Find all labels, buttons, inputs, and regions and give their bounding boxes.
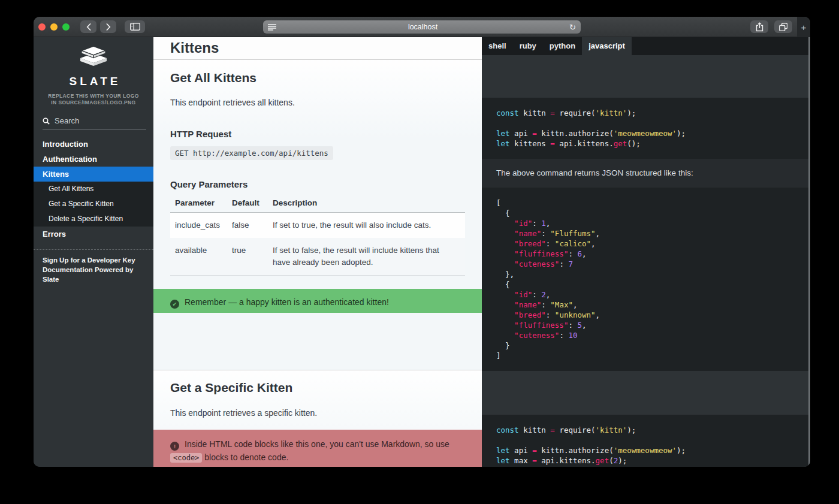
column-header-description: Description	[268, 197, 465, 213]
new-tab-button[interactable]: +	[801, 22, 807, 32]
code-line: ]	[496, 351, 794, 361]
query-parameters-heading: Query Parameters	[153, 179, 482, 189]
get-all-kittens-intro: This endpoint retrieves all kittens.	[153, 98, 482, 107]
param-name-cell: available	[170, 238, 227, 276]
docs-sidebar: SLATE REPLACE THIS WITH YOUR LOGO IN SOU…	[34, 37, 153, 467]
section-get-all-kittens: Get All Kittens This endpoint retrieves …	[153, 60, 482, 370]
sidebar-item-authentication[interactable]: Authentication	[34, 152, 153, 167]
chevron-left-icon	[86, 23, 91, 31]
code-line: {	[496, 208, 794, 218]
code-block-javascript-request: const kittn = require('kittn'); let api …	[482, 98, 808, 159]
tab-python[interactable]: python	[543, 37, 582, 55]
table-header-row: Parameter Default Description	[170, 197, 465, 213]
code-annotation: The above command returns JSON structure…	[482, 159, 808, 188]
sidebar-item-get-all-kittens[interactable]: Get All Kittens	[34, 182, 153, 197]
param-name-cell: include_cats	[170, 213, 227, 239]
column-header-parameter: Parameter	[170, 197, 227, 213]
minimize-window-button[interactable]	[50, 23, 58, 31]
reload-icon[interactable]: ↻	[569, 23, 576, 31]
code-examples-panel: shell ruby python javascript const kittn…	[482, 37, 810, 467]
signup-developer-key-link[interactable]: Sign Up for a Developer Key	[43, 255, 144, 265]
code-line: "cuteness": 7	[496, 259, 794, 269]
code-line: "fluffiness": 6,	[496, 249, 794, 259]
sidebar-nav: Introduction Authentication Kittens Get …	[34, 137, 153, 242]
table-row: include_cats false If set to true, the r…	[170, 213, 465, 239]
search-icon	[43, 117, 50, 125]
code-line	[496, 435, 794, 445]
sidebar-item-get-a-specific-kitten[interactable]: Get a Specific Kitten	[34, 197, 153, 212]
section-get-a-specific-kitten: Get a Specific Kitten This endpoint retr…	[153, 370, 482, 467]
page-body: SLATE REPLACE THIS WITH YOUR LOGO IN SOU…	[34, 37, 810, 467]
logo-caption: REPLACE THIS WITH YOUR LOGO IN SOURCE/IM…	[34, 93, 153, 106]
tab-javascript[interactable]: javascript	[582, 37, 632, 55]
share-icon	[756, 22, 763, 32]
code-line: }	[496, 340, 794, 351]
search-box[interactable]	[43, 116, 146, 130]
code-block-javascript-request-2: const kittn = require('kittn'); let api …	[482, 415, 808, 467]
sidebar-footer: Sign Up for a Developer Key Documentatio…	[34, 250, 153, 284]
code-scroll-area[interactable]: const kittn = require('kittn'); let api …	[482, 55, 808, 467]
sidebar-item-kittens[interactable]: Kittens	[34, 167, 153, 182]
slate-books-logo-icon	[77, 46, 110, 70]
tab-overview-button[interactable]	[774, 20, 792, 33]
code-line: {	[496, 279, 794, 289]
logo-block: SLATE REPLACE THIS WITH YOUR LOGO IN SOU…	[34, 37, 153, 106]
close-window-button[interactable]	[38, 23, 46, 31]
check-circle-icon: ✔	[170, 300, 179, 309]
back-button[interactable]	[80, 20, 96, 33]
param-description-cell: If set to true, the result will also inc…	[268, 213, 465, 239]
browser-window: localhost ↻	[34, 17, 810, 467]
fullscreen-window-button[interactable]	[62, 23, 70, 31]
warning-callout-inline-code: <code>	[170, 453, 202, 463]
column-header-default: Default	[227, 197, 268, 213]
address-bar[interactable]: localhost ↻	[263, 20, 581, 34]
sidebar-item-introduction[interactable]: Introduction	[34, 137, 153, 152]
code-line: "name": "Max",	[496, 300, 794, 310]
powered-by-slate-link[interactable]: Documentation Powered by Slate	[43, 265, 144, 284]
http-request-endpoint: GET http://example.com/api/kittens	[170, 146, 333, 160]
code-line: let api = kittn.authorize('meowmeowmeow'…	[496, 445, 794, 455]
page-title: Kittens	[153, 37, 482, 60]
param-description-cell: If set to false, the result will include…	[268, 238, 465, 276]
code-line: "cuteness": 10	[496, 330, 794, 340]
sidebar-subsection-kittens: Get All Kittens Get a Specific Kitten De…	[34, 182, 153, 227]
browser-titlebar: localhost ↻	[34, 17, 810, 37]
code-line: "breed": "unknown",	[496, 310, 794, 320]
code-line: "fluffiness": 5,	[496, 320, 794, 330]
code-line: let kittens = api.kittens.get();	[496, 138, 794, 149]
window-controls	[38, 23, 70, 31]
table-row: available true If set to false, the resu…	[170, 238, 465, 276]
tab-ruby[interactable]: ruby	[513, 37, 543, 55]
chevron-right-icon	[106, 23, 111, 31]
code-line: const kittn = require('kittn');	[496, 425, 794, 435]
code-line: "breed": "calico",	[496, 239, 794, 249]
tabs-overview-icon	[779, 23, 787, 31]
code-line	[496, 118, 794, 128]
sidebar-item-delete-a-specific-kitten[interactable]: Delete a Specific Kitten	[34, 212, 153, 227]
get-a-specific-kitten-intro: This endpoint retrieves a specific kitte…	[153, 408, 482, 418]
code-line: let api = kittn.authorize('meowmeowmeow'…	[496, 128, 794, 138]
get-a-specific-kitten-heading: Get a Specific Kitten	[153, 381, 482, 395]
warning-callout: !Inside HTML code blocks like this one, …	[153, 430, 482, 467]
sidebar-item-errors[interactable]: Errors	[34, 227, 153, 242]
param-default-cell: true	[227, 238, 268, 276]
reader-view-icon[interactable]	[268, 24, 276, 31]
new-tab-zone: +	[797, 17, 810, 37]
logo-title: SLATE	[34, 75, 153, 88]
search-input[interactable]	[55, 116, 153, 125]
language-tabbar: shell ruby python javascript	[482, 37, 808, 55]
sidebar-toggle-icon	[130, 23, 140, 31]
docs-content: Kittens Get All Kittens This endpoint re…	[153, 37, 482, 467]
sidebar-toggle-button[interactable]	[125, 20, 145, 33]
toolbar-right-buttons	[750, 20, 792, 33]
share-button[interactable]	[750, 20, 768, 33]
code-line: [	[496, 198, 794, 208]
exclamation-circle-icon: !	[170, 442, 179, 451]
code-line: "id": 2,	[496, 289, 794, 300]
tab-shell[interactable]: shell	[482, 37, 513, 55]
code-line: const kittn = require('kittn');	[496, 108, 794, 118]
code-line: },	[496, 269, 794, 279]
forward-button[interactable]	[100, 20, 116, 33]
warning-callout-text-pre: Inside HTML code blocks like this one, y…	[185, 439, 449, 449]
success-callout: ✔Remember — a happy kitten is an authent…	[153, 289, 482, 313]
